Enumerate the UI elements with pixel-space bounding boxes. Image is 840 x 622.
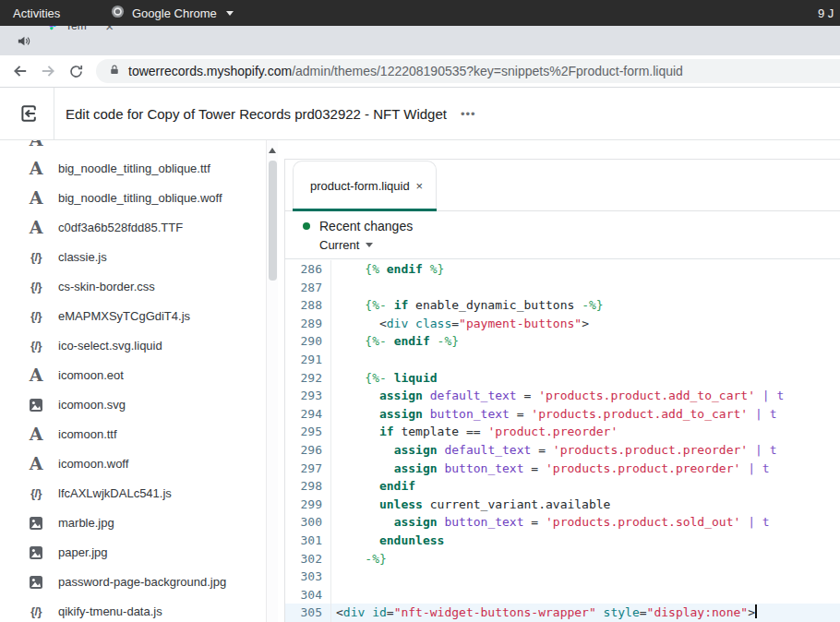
file-item-partial[interactable]: A <box>0 140 284 153</box>
url-text: towerrecords.myshopify.com/admin/themes/… <box>128 64 683 78</box>
reload-button[interactable] <box>63 58 89 84</box>
file-name: big_noodle_titling_oblique.ttf <box>58 161 210 175</box>
file-item-password-page-background.jpg[interactable]: password-page-background.jpg <box>0 567 284 596</box>
line-number: 288 <box>285 296 331 315</box>
file-name: icomoon.woff <box>58 457 128 471</box>
clock[interactable]: 9 J <box>818 6 840 20</box>
back-button[interactable] <box>7 58 33 84</box>
file-item-classie.js[interactable]: {/} classie.js <box>0 242 284 271</box>
line-number: 297 <box>285 460 331 478</box>
code-line[interactable]: 288 {%- if enable_dynamic_buttons -%} <box>285 296 840 315</box>
code-line[interactable]: 294 assign button_text = 'products.produ… <box>285 405 840 424</box>
file-name: marble.jpg <box>58 516 114 530</box>
file-item-marble.jpg[interactable]: marble.jpg <box>0 508 284 537</box>
code-line[interactable]: 292 {%- liquid <box>285 369 840 388</box>
code-line[interactable]: 290 {%- endif -%} <box>285 332 840 351</box>
code-line[interactable]: 286 {% endif %} <box>285 260 840 279</box>
line-number: 295 <box>285 423 331 441</box>
file-item-ico-select.svg.liquid[interactable]: {/} ico-select.svg.liquid <box>0 330 284 360</box>
code-line[interactable]: 303 <box>285 568 840 586</box>
file-name: icomoon.eot <box>58 368 124 382</box>
activities-button[interactable]: Activities <box>13 6 60 20</box>
file-item-icomoon.ttf[interactable]: A icomoon.ttf <box>0 419 284 449</box>
header-divider <box>54 88 54 140</box>
file-name: c0df3a6b528fdd85.TTF <box>58 221 183 234</box>
file-name: icomoon.ttf <box>58 427 117 441</box>
exit-editor-icon[interactable] <box>18 103 39 124</box>
code-line[interactable]: 297 assign button_text = 'products.produ… <box>285 460 840 478</box>
recent-changes-label: Recent changes <box>319 219 413 233</box>
line-number: 303 <box>285 568 331 586</box>
file-item-lfcAXLwjkDALc541.js[interactable]: {/} lfcAXLwjkDALc541.js <box>0 478 284 508</box>
figma-icon <box>46 26 60 33</box>
browser-tab[interactable]: Tem × <box>40 26 120 41</box>
file-name: paper.jpg <box>58 545 108 559</box>
file-item-c0df3a6b528fdd85.TTF[interactable]: A c0df3a6b528fdd85.TTF <box>0 212 284 242</box>
image-file-icon <box>26 514 46 531</box>
code-line[interactable]: 296 assign default_text = 'products.prod… <box>285 441 840 460</box>
forward-button[interactable] <box>35 58 61 84</box>
line-number: 296 <box>285 441 331 460</box>
editor-tab-title: product-form.liquid <box>310 179 415 193</box>
file-name: lfcAXLwjkDALc541.js <box>58 486 172 500</box>
version-dropdown[interactable]: Current <box>319 238 840 252</box>
line-number: 302 <box>285 550 331 568</box>
code-area[interactable]: 286 {% endif %} 287 288 {%- if enable_dy… <box>285 259 840 622</box>
line-number: 299 <box>285 496 331 514</box>
image-file-icon <box>26 544 46 560</box>
file-item-cs-skin-border.css[interactable]: {/} cs-skin-border.css <box>0 271 284 301</box>
editor-tab-product-form[interactable]: product-form.liquid × <box>293 161 437 210</box>
line-number: 305 <box>285 604 331 622</box>
file-item-icomoon.woff[interactable]: A icomoon.woff <box>0 449 284 478</box>
chrome-grayscale-icon <box>111 5 125 21</box>
browser-toolbar: towerrecords.myshopify.com/admin/themes/… <box>0 55 840 88</box>
file-sidebar: A A big_noodle_titling_oblique.ttf A big… <box>0 140 284 622</box>
code-line[interactable]: 298 endif <box>285 477 840 496</box>
more-options-button[interactable]: ••• <box>461 107 476 121</box>
file-name: big_noodle_titling_oblique.woff <box>58 191 222 205</box>
code-line[interactable]: 291 <box>285 351 840 369</box>
file-item-big_noodle_titling_oblique.woff[interactable]: A big_noodle_titling_oblique.woff <box>0 183 284 212</box>
code-line[interactable]: 289 <div class="payment-buttons"> <box>285 315 840 333</box>
code-line[interactable]: 287 <box>285 279 840 297</box>
close-icon[interactable]: × <box>105 26 114 33</box>
code-line[interactable]: 305 <div id="nft-widget-buttons-wrapper"… <box>285 604 840 622</box>
code-line[interactable]: 293 assign default_text = 'products.prod… <box>285 387 840 405</box>
line-number: 304 <box>285 586 331 604</box>
file-item-icomoon.svg[interactable]: icomoon.svg <box>0 389 284 419</box>
font-file-icon: A <box>26 217 46 237</box>
file-name: cs-skin-border.css <box>58 280 155 293</box>
line-number: 289 <box>285 315 331 333</box>
file-item-paper.jpg[interactable]: paper.jpg <box>0 537 284 567</box>
text-cursor <box>755 604 757 618</box>
file-item-qikify-tmenu-data.js[interactable]: {/} qikify-tmenu-data.js <box>0 596 284 622</box>
file-item-icomoon.eot[interactable]: A icomoon.eot <box>0 360 284 389</box>
code-line[interactable]: 299 unless current_variant.available <box>285 496 840 514</box>
recent-changes-panel: Recent changes Current <box>285 211 840 259</box>
system-bar: Activities Google Chrome 9 J <box>0 0 840 26</box>
code-line[interactable]: 302 -%} <box>285 550 840 568</box>
line-number: 293 <box>285 387 331 405</box>
font-file-icon: A <box>26 453 46 473</box>
url-domain: towerrecords.myshopify.com <box>128 64 292 78</box>
code-line[interactable]: 301 endunless <box>285 532 840 550</box>
code-line[interactable]: 304 <box>285 586 840 604</box>
code-file-icon: {/} <box>26 604 46 618</box>
lock-icon[interactable] <box>109 63 120 79</box>
file-item-eMAPMXSyTCgGdiT4.js[interactable]: {/} eMAPMXSyTCgGdiT4.js <box>0 301 284 330</box>
code-line[interactable]: 295 if template == 'product.preorder' <box>285 423 840 441</box>
line-number: 287 <box>285 279 331 297</box>
speaker-icon[interactable] <box>17 34 30 48</box>
file-item-big_noodle_titling_oblique.ttf[interactable]: A big_noodle_titling_oblique.ttf <box>0 153 284 183</box>
font-file-icon: A <box>26 365 46 385</box>
app-menu[interactable]: Google Chrome <box>111 5 234 21</box>
line-number: 298 <box>285 477 331 496</box>
main-content: A A big_noodle_titling_oblique.ttf A big… <box>0 140 840 622</box>
close-icon[interactable]: × <box>415 179 423 193</box>
scrollbar-thumb[interactable] <box>269 161 277 281</box>
url-bar[interactable]: towerrecords.myshopify.com/admin/themes/… <box>96 59 840 83</box>
sidebar-scrollbar[interactable] <box>266 140 278 622</box>
scroll-up-icon[interactable] <box>269 148 276 153</box>
code-file-icon: {/} <box>26 280 46 293</box>
code-line[interactable]: 300 assign button_text = 'products.produ… <box>285 513 840 532</box>
